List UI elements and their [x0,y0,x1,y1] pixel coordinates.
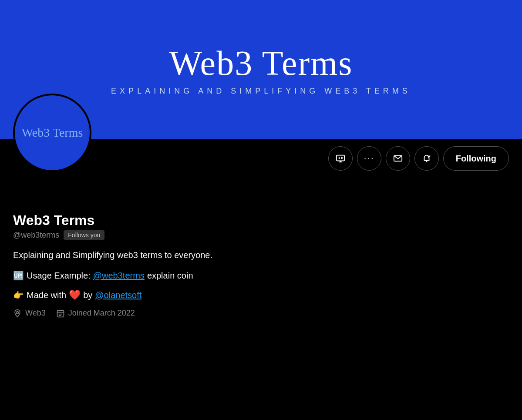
location-item: Web3 [13,309,46,318]
envelope-icon [393,154,403,163]
more-options-button[interactable]: ··· [357,146,381,171]
subscribe-button[interactable] [328,146,353,171]
avatar-text: Web3 Terms [22,126,83,140]
svg-marker-4 [341,157,344,159]
handle-row: @web3terms Follows you [13,230,509,240]
made-with-by: by [83,290,92,300]
made-with-row: 👉 Made with ❤️ by @olanetsoft [13,289,509,301]
profile-name: Web3 Terms [13,212,509,228]
following-label: Following [456,154,496,164]
notifications-button[interactable] [414,146,439,171]
heart-icon: ❤️ [69,289,81,301]
profile-info: Web3 Terms @web3terms Follows you Explai… [13,212,509,326]
location-text: Web3 [25,309,46,318]
subscribe-icon [336,154,345,163]
svg-point-7 [426,161,427,162]
svg-point-8 [17,311,19,313]
usage-suffix: explain coin [147,271,193,281]
profile-section: Web3 Terms ··· [0,139,522,326]
message-button[interactable] [386,146,410,171]
joined-text: Joined March 2022 [68,309,135,318]
made-with-link[interactable]: @olanetsoft [95,290,141,300]
made-with-prefix: Made with [27,290,66,300]
following-button[interactable]: Following [443,146,509,171]
svg-rect-9 [57,310,64,317]
banner-title: Web3 Terms [169,44,353,83]
svg-point-3 [338,157,340,159]
more-icon: ··· [364,153,374,164]
avatar: Web3 Terms [13,94,91,172]
meta-row: Web3 Joined March 2022 [13,309,509,318]
usage-mention-link[interactable]: @web3terms [93,271,145,281]
pointing-emoji: 👉 [13,290,24,300]
profile-handle: @web3terms [13,231,59,240]
usage-prefix: Usage Example: [27,271,91,281]
joined-item: Joined March 2022 [56,309,135,318]
follows-you-badge: Follows you [64,230,104,240]
location-icon [13,309,22,318]
calendar-icon [56,309,65,318]
profile-bio: Explaining and Simplifying web3 terms to… [13,249,509,262]
usage-emoji: 🆙 [13,270,24,281]
banner-subtitle: EXPLAINING AND SIMPLIFYING WEB3 TERMS [111,87,411,96]
bell-icon [422,154,431,163]
usage-example-row: 🆙 Usage Example: @web3terms explain coin [13,270,509,281]
